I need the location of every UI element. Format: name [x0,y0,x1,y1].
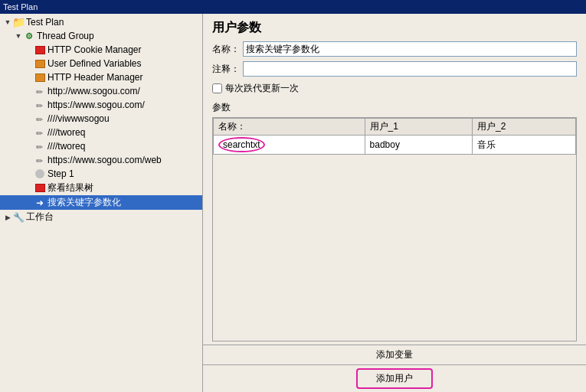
title-bar: Test Plan [0,0,586,14]
sidebar-label: HTTP Header Manager [47,72,143,83]
pencil-icon [34,140,46,152]
pencil-icon [34,113,46,125]
thread-group-icon: ⚙ [23,30,35,42]
sidebar-label: ////tworeq [47,141,85,152]
sidebar-label: ////viwwwsogou [47,113,110,124]
sidebar-label: Thread Group [37,31,94,41]
params-table-wrapper: 名称： 用户_1 用户_2 searchtxt badboy 音乐 [212,117,577,341]
sidebar-item-user-defined[interactable]: User Defined Variables [0,57,202,70]
config-icon [34,71,46,83]
sidebar-item-url6[interactable]: https://www.sogou.com/web [0,153,202,167]
sidebar-label: User Defined Variables [47,58,142,69]
name-label: 名称： [212,43,240,56]
folder-icon: 📁 [12,16,25,28]
sidebar-item-user-params[interactable]: ➜ 搜索关键字参数化 [0,195,202,210]
sidebar-label: 察看结果树 [47,181,93,194]
col-header-name: 名称： [214,119,365,136]
name-input[interactable] [243,41,577,57]
sidebar-label: 搜索关键字参数化 [47,196,121,209]
checkbox-row: 每次跌代更新一次 [203,79,586,98]
sidebar-label: https://www.sogou.com/ [47,100,145,110]
sidebar-label: 工作台 [26,211,54,224]
searchtxt-highlight: searchtxt [218,137,265,152]
comment-input[interactable] [243,61,577,77]
title-bar-text: Test Plan [3,2,38,11]
config-icon [34,57,46,70]
sidebar-label: http://www.sogou.com/ [47,86,140,96]
sidebar-item-url1[interactable]: http://www.sogou.com/ [0,84,202,98]
config-icon [34,44,46,56]
sidebar-item-http-header[interactable]: HTTP Header Manager [0,70,202,84]
cell-user1: badboy [365,136,472,155]
name-row: 名称： [203,39,586,59]
expand-arrow: ▼ [14,32,23,40]
params-label: 参数 [212,101,577,114]
add-variable-button[interactable]: 添加变量 [203,345,586,365]
sidebar-label: ////tworeq [47,127,85,138]
sidebar-label: https://www.sogou.com/web [47,155,162,165]
listener-icon [34,182,46,194]
sidebar-item-url5[interactable]: ////tworeq [0,139,202,153]
sidebar-item-url3[interactable]: ////viwwwsogou [0,112,202,126]
add-user-wrapper: 添加用户 [203,365,586,392]
sidebar: ▼ 📁 Test Plan ▼ ⚙ Thread Group HTTP Cook… [0,14,203,392]
sidebar-label: Test Plan [26,17,64,28]
comment-row: 注释： [203,59,586,79]
add-user-button[interactable]: 添加用户 [356,368,433,389]
sidebar-item-listener[interactable]: 察看结果树 [0,181,202,195]
sidebar-label: HTTP Cookie Manager [47,44,142,55]
sidebar-item-url4[interactable]: ////tworeq [0,126,202,139]
params-section: 参数 名称： 用户_1 用户_2 searchtxt [203,98,586,345]
comment-label: 注释： [212,63,240,76]
cell-user2: 音乐 [472,136,575,155]
userparam-icon: ➜ [34,197,46,209]
sidebar-item-thread-group[interactable]: ▼ ⚙ Thread Group [0,29,202,43]
sidebar-item-workbench[interactable]: ▶ 🔧 工作台 [0,210,202,224]
cell-name: searchtxt [214,136,365,155]
table-row: searchtxt badboy 音乐 [214,136,576,155]
params-table: 名称： 用户_1 用户_2 searchtxt badboy 音乐 [213,118,576,155]
pencil-icon [34,85,46,97]
sidebar-item-url2[interactable]: https://www.sogou.com/ [0,98,202,112]
pencil-icon [34,154,46,166]
panel-title: 用户参数 [203,14,586,39]
pencil-icon [34,126,46,139]
update-checkbox[interactable] [212,83,222,93]
expand-arrow: ▶ [3,214,12,221]
right-panel: 用户参数 名称： 注释： 每次跌代更新一次 参数 名称： [203,14,586,392]
workbench-icon: 🔧 [12,211,25,224]
col-header-user2: 用户_2 [472,119,575,136]
sidebar-label: Step 1 [47,168,74,179]
checkbox-label[interactable]: 每次跌代更新一次 [225,82,299,95]
sidebar-item-http-cookie[interactable]: HTTP Cookie Manager [0,43,202,57]
col-header-user1: 用户_1 [365,119,472,136]
pencil-icon [34,99,46,111]
sidebar-item-test-plan[interactable]: ▼ 📁 Test Plan [0,15,202,29]
sidebar-item-step1[interactable]: Step 1 [0,167,202,181]
step-icon [34,168,46,180]
expand-arrow: ▼ [3,18,12,26]
bottom-area: 添加变量 添加用户 [203,345,586,392]
